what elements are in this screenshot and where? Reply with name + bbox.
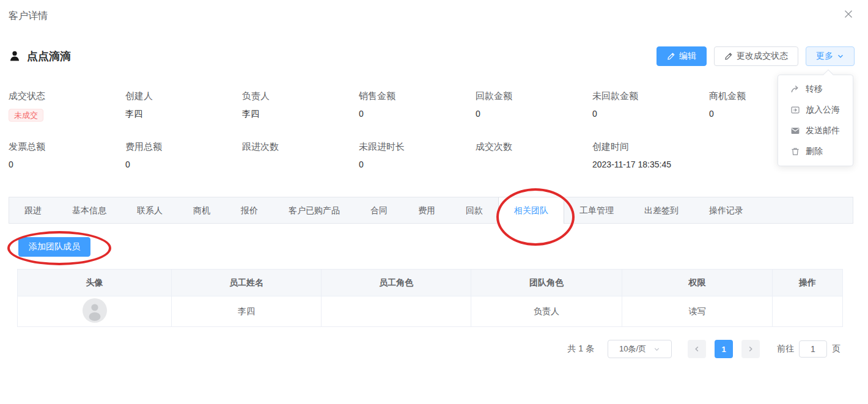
field-value: 2023-11-17 18:35:45 bbox=[592, 160, 709, 171]
send-email-icon bbox=[790, 126, 800, 136]
edit-button[interactable]: 编辑 bbox=[657, 46, 707, 66]
tab-purchased-products[interactable]: 客户已购产品 bbox=[273, 197, 355, 223]
cell-employee-name: 李四 bbox=[172, 296, 322, 327]
menu-item-move-to-public-pool[interactable]: 放入公海 bbox=[778, 100, 853, 120]
field-label: 未跟进时长 bbox=[359, 141, 476, 153]
summary-row-1: 成交状态 未成交 创建人 李四 负责人 李四 销售金额 0 回款金额 0 未回款… bbox=[9, 90, 826, 122]
field-sales-amount: 销售金额 0 bbox=[359, 90, 476, 122]
goto-unit-label: 页 bbox=[832, 343, 840, 354]
tab-payments[interactable]: 回款 bbox=[451, 197, 498, 223]
table-row: 李四 负责人 读写 bbox=[18, 296, 843, 327]
tab-work-orders[interactable]: 工单管理 bbox=[564, 197, 629, 223]
field-value: 李四 bbox=[242, 109, 359, 120]
menu-item-label: 放入公海 bbox=[806, 105, 840, 116]
field-label: 创建时间 bbox=[592, 141, 709, 153]
menu-item-label: 发送邮件 bbox=[806, 125, 840, 136]
more-button[interactable]: 更多 bbox=[806, 46, 855, 66]
tab-related-team[interactable]: 相关团队 bbox=[498, 197, 564, 224]
header-operation: 操作 bbox=[773, 270, 843, 296]
header-actions: 编辑 更改成交状态 更多 bbox=[657, 46, 855, 66]
page-number-1[interactable]: 1 bbox=[715, 340, 733, 358]
next-page-button[interactable] bbox=[741, 340, 760, 358]
customer-identity: 点点滴滴 bbox=[9, 49, 71, 64]
cell-permission: 读写 bbox=[622, 296, 773, 327]
field-label: 负责人 bbox=[242, 90, 359, 102]
field-expense-total: 费用总额 0 bbox=[125, 141, 242, 171]
tab-contracts[interactable]: 合同 bbox=[355, 197, 403, 223]
change-deal-status-label: 更改成交状态 bbox=[737, 51, 788, 62]
move-to-public-pool-icon bbox=[790, 105, 800, 115]
table-header-row: 头像 员工姓名 员工角色 团队角色 权限 操作 bbox=[18, 270, 843, 296]
dropdown-caret bbox=[823, 70, 834, 80]
tab-business-trip-checkin[interactable]: 出差签到 bbox=[629, 197, 694, 223]
menu-item-transfer[interactable]: 转移 bbox=[778, 79, 853, 100]
field-deal-count: 成交次数 bbox=[476, 141, 592, 171]
field-created-time: 创建时间 2023-11-17 18:35:45 bbox=[592, 141, 709, 171]
field-value: 0 bbox=[359, 109, 476, 120]
field-label: 费用总额 bbox=[125, 141, 242, 153]
page-size-value: 10条/页 bbox=[619, 343, 646, 354]
more-button-label: 更多 bbox=[816, 51, 833, 62]
close-icon[interactable] bbox=[844, 9, 853, 19]
field-owner: 负责人 李四 bbox=[242, 90, 359, 122]
menu-item-label: 删除 bbox=[806, 146, 823, 157]
field-label: 跟进次数 bbox=[242, 141, 359, 153]
pagination-total: 共 1 条 bbox=[567, 343, 594, 354]
goto-label: 前往 bbox=[777, 343, 794, 354]
field-value: 0 bbox=[476, 109, 592, 120]
menu-item-label: 转移 bbox=[806, 84, 823, 95]
field-value: 0 bbox=[125, 160, 242, 171]
field-value: 李四 bbox=[125, 109, 242, 120]
delete-icon bbox=[790, 147, 800, 156]
avatar bbox=[83, 298, 107, 323]
cell-operation bbox=[773, 296, 843, 327]
pagination: 共 1 条 10条/页 1 前往 页 bbox=[567, 340, 840, 358]
page-title: 客户详情 bbox=[9, 10, 48, 23]
field-label: 成交次数 bbox=[476, 141, 592, 153]
add-team-member-button[interactable]: 添加团队成员 bbox=[18, 237, 90, 257]
field-value: 0 bbox=[592, 109, 709, 120]
field-label: 回款金额 bbox=[476, 90, 592, 102]
field-label: 发票总额 bbox=[9, 141, 125, 153]
goto-page-input[interactable] bbox=[799, 340, 827, 358]
field-payment-outstanding: 未回款金额 0 bbox=[592, 90, 709, 122]
field-value bbox=[242, 160, 359, 171]
prev-page-button[interactable] bbox=[688, 340, 706, 358]
summary-row-2: 发票总额 0 费用总额 0 跟进次数 未跟进时长 0 成交次数 创建时间 202… bbox=[9, 141, 826, 171]
chevron-down-icon bbox=[653, 346, 660, 353]
field-creator: 创建人 李四 bbox=[125, 90, 242, 122]
tab-basic-info[interactable]: 基本信息 bbox=[57, 197, 122, 223]
field-label: 销售金额 bbox=[359, 90, 476, 102]
cell-avatar bbox=[18, 296, 172, 327]
tab-quotes[interactable]: 报价 bbox=[226, 197, 273, 223]
field-label: 未回款金额 bbox=[592, 90, 709, 102]
header-employee-role: 员工角色 bbox=[322, 270, 471, 296]
add-team-member-label: 添加团队成员 bbox=[29, 241, 80, 252]
chevron-right-icon bbox=[747, 345, 754, 353]
header-avatar: 头像 bbox=[18, 270, 172, 296]
field-label: 成交状态 bbox=[9, 90, 125, 102]
edit-button-label: 编辑 bbox=[679, 51, 696, 62]
field-value: 0 bbox=[359, 160, 476, 171]
change-deal-status-button[interactable]: 更改成交状态 bbox=[714, 46, 798, 66]
customer-header: 点点滴滴 编辑 更改成交状态 更多 bbox=[9, 46, 855, 66]
tab-operation-log[interactable]: 操作记录 bbox=[694, 197, 759, 223]
pencil-icon bbox=[724, 52, 733, 61]
field-value: 0 bbox=[9, 160, 125, 171]
field-deal-status: 成交状态 未成交 bbox=[9, 90, 125, 122]
tab-followup[interactable]: 跟进 bbox=[9, 197, 57, 223]
menu-item-delete[interactable]: 删除 bbox=[778, 141, 853, 162]
cell-team-role: 负责人 bbox=[471, 296, 622, 327]
team-members-table: 头像 员工姓名 员工角色 团队角色 权限 操作 李四 负责人 读写 bbox=[17, 269, 843, 327]
page-size-select[interactable]: 10条/页 bbox=[608, 340, 672, 358]
pencil-icon bbox=[667, 52, 675, 61]
field-payment-received: 回款金额 0 bbox=[476, 90, 592, 122]
transfer-icon bbox=[790, 84, 800, 94]
field-value bbox=[476, 160, 592, 171]
tab-expenses[interactable]: 费用 bbox=[403, 197, 451, 223]
tab-opportunities[interactable]: 商机 bbox=[178, 197, 226, 223]
field-invoice-total: 发票总额 0 bbox=[9, 141, 125, 171]
customer-icon bbox=[9, 50, 21, 62]
tab-contacts[interactable]: 联系人 bbox=[122, 197, 178, 223]
menu-item-send-email[interactable]: 发送邮件 bbox=[778, 120, 853, 141]
